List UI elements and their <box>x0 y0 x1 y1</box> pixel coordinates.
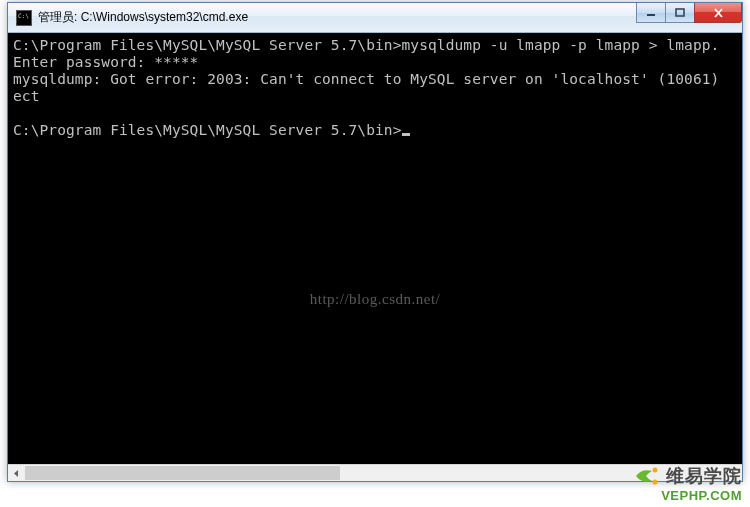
close-button[interactable] <box>694 3 742 23</box>
cursor-icon <box>402 133 410 136</box>
console-line: ect <box>13 88 40 104</box>
window-title: 管理员: C:\Windows\system32\cmd.exe <box>38 9 248 26</box>
logo-top: 维易学院 <box>634 464 742 488</box>
brand-logo: 维易学院 VEPHP.COM <box>634 464 742 503</box>
maximize-button[interactable] <box>665 3 695 23</box>
cmd-icon <box>16 10 32 26</box>
svg-point-3 <box>653 480 658 485</box>
svg-rect-1 <box>676 9 684 16</box>
logo-text-cn: 维易学院 <box>666 464 742 488</box>
console-line: mysqldump: Got error: 2003: Can't connec… <box>13 71 719 87</box>
titlebar[interactable]: 管理员: C:\Windows\system32\cmd.exe <box>8 3 742 33</box>
svg-rect-0 <box>647 14 655 16</box>
scroll-thumb[interactable] <box>25 466 340 480</box>
watermark: http://blog.csdn.net/ <box>310 291 441 308</box>
logo-mark-icon <box>634 465 662 487</box>
console-line: Enter password: ***** <box>13 54 198 70</box>
svg-point-2 <box>653 468 658 473</box>
scroll-left-button[interactable] <box>8 465 25 481</box>
minimize-button[interactable] <box>636 3 666 23</box>
console-prompt: C:\Program Files\MySQL\MySQL Server 5.7\… <box>13 122 402 138</box>
console-area[interactable]: C:\Program Files\MySQL\MySQL Server 5.7\… <box>8 33 742 464</box>
scroll-track[interactable] <box>25 465 725 481</box>
cmd-window: 管理员: C:\Windows\system32\cmd.exe C:\Prog… <box>7 2 743 482</box>
logo-url: VEPHP.COM <box>634 488 742 503</box>
horizontal-scrollbar[interactable] <box>8 464 742 481</box>
window-controls <box>637 3 742 23</box>
console-line: C:\Program Files\MySQL\MySQL Server 5.7\… <box>13 37 719 53</box>
